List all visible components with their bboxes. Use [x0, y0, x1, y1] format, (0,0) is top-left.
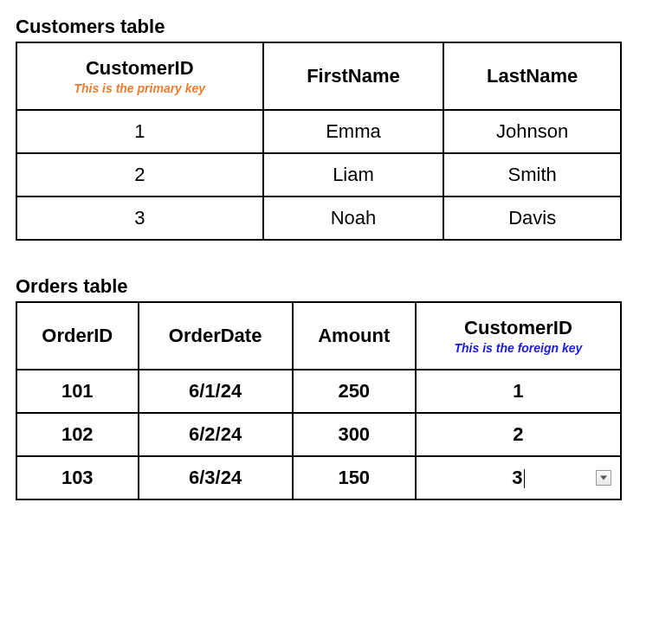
foreign-key-note: This is the foreign key: [422, 341, 615, 355]
cell-amount: 250: [293, 370, 416, 413]
cell-value: 3: [512, 467, 524, 489]
customers-table: CustomerID This is the primary key First…: [16, 42, 622, 241]
table-row: 103 6/3/24 150 3: [16, 456, 621, 499]
customers-header-row: CustomerID This is the primary key First…: [16, 42, 621, 110]
chevron-down-icon: [600, 475, 607, 480]
table-row: 101 6/1/24 250 1: [16, 370, 621, 413]
header-label: FirstName: [269, 65, 438, 87]
cell-customerid: 1: [16, 110, 263, 153]
cell-orderid: 103: [16, 456, 139, 499]
cell-firstname: Emma: [263, 110, 444, 153]
orders-header-orderid: OrderID: [16, 302, 139, 370]
orders-header-orderdate: OrderDate: [139, 302, 293, 370]
orders-table: OrderID OrderDate Amount CustomerID This…: [16, 301, 622, 500]
cell-orderid: 102: [16, 413, 139, 456]
customers-header-lastname: LastName: [443, 42, 621, 110]
cell-customerid: 3: [16, 197, 263, 240]
orders-header-amount: Amount: [293, 302, 416, 370]
orders-title: Orders table: [16, 275, 656, 298]
primary-key-note: This is the primary key: [23, 81, 257, 95]
cell-orderdate: 6/1/24: [139, 370, 293, 413]
cell-firstname: Liam: [263, 153, 444, 197]
cell-amount: 300: [293, 413, 416, 456]
customers-title: Customers table: [16, 16, 656, 38]
customers-header-firstname: FirstName: [263, 42, 444, 110]
header-label: OrderID: [23, 325, 132, 347]
orders-section: Orders table OrderID OrderDate Amount Cu…: [16, 275, 656, 500]
header-label: Amount: [299, 325, 410, 347]
cell-customerid: 2: [16, 153, 263, 197]
cell-lastname: Davis: [443, 197, 621, 240]
cell-firstname: Noah: [263, 197, 444, 240]
customers-header-customerid: CustomerID This is the primary key: [16, 42, 263, 110]
cell-customerid-editing[interactable]: 3: [416, 456, 621, 499]
cell-lastname: Johnson: [443, 110, 621, 153]
table-row: 102 6/2/24 300 2: [16, 413, 621, 456]
header-label: CustomerID: [23, 57, 257, 80]
customers-section: Customers table CustomerID This is the p…: [16, 16, 656, 241]
svg-marker-0: [600, 476, 607, 480]
header-label: LastName: [449, 65, 615, 87]
cell-amount: 150: [293, 456, 416, 499]
table-row: 1 Emma Johnson: [16, 110, 621, 153]
table-row: 3 Noah Davis: [16, 197, 621, 240]
cell-orderdate: 6/2/24: [139, 413, 293, 456]
header-label: OrderDate: [145, 325, 287, 347]
orders-header-row: OrderID OrderDate Amount CustomerID This…: [16, 302, 621, 370]
cell-customerid: 1: [416, 370, 621, 413]
cell-lastname: Smith: [443, 153, 621, 197]
orders-header-customerid: CustomerID This is the foreign key: [416, 302, 621, 370]
cell-orderdate: 6/3/24: [139, 456, 293, 499]
cell-customerid: 2: [416, 413, 621, 456]
cell-orderid: 101: [16, 370, 139, 413]
header-label: CustomerID: [422, 317, 615, 339]
dropdown-button[interactable]: [596, 470, 611, 486]
table-row: 2 Liam Smith: [16, 153, 621, 197]
